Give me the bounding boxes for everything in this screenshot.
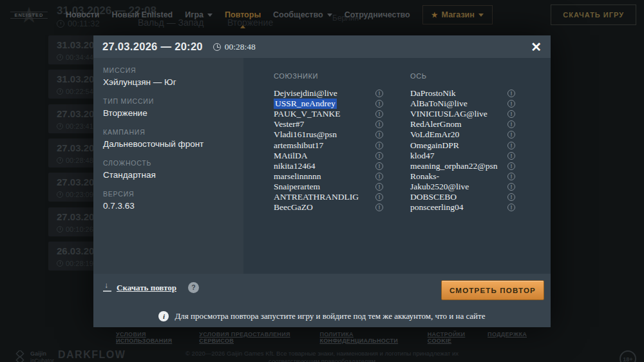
detail-value: 0.7.3.63 xyxy=(103,201,237,211)
player-name[interactable]: marselinnnnn xyxy=(274,171,321,182)
modal-footer: Скачать повтор ? СМОТРЕТЬ ПОВТОР i Для п… xyxy=(93,274,551,327)
close-icon[interactable]: ✕ xyxy=(531,41,542,53)
detail-value: Хэйлунцзян — Юг xyxy=(103,77,237,87)
replay-card-duration: 00:23:41 xyxy=(66,122,93,130)
team-title-axis: ОСЬ xyxy=(410,72,515,80)
report-player-icon[interactable]: ! xyxy=(375,204,383,211)
player-name[interactable]: AlBaToNi@live xyxy=(410,99,468,109)
player-name[interactable]: Dejvisejdini@live xyxy=(274,88,337,99)
report-player-icon[interactable]: ! xyxy=(507,131,515,138)
report-player-icon[interactable]: ! xyxy=(375,100,383,108)
copyright-line1: © 2020—2026 Gaijin Games Kft. Все товарн… xyxy=(0,350,644,357)
clock-icon xyxy=(213,43,221,51)
report-player-icon[interactable]: ! xyxy=(507,193,515,201)
footer-link-privacy[interactable]: ПОЛИТИКА КОНФИДЕНЦИАЛЬНОСТИ xyxy=(319,331,427,344)
player-name[interactable]: ponsceerling04 xyxy=(410,202,463,213)
report-player-icon[interactable]: ! xyxy=(375,142,383,149)
player-name[interactable]: Vladi161rus@psn xyxy=(274,129,337,140)
detail-value: Стандартная xyxy=(103,170,237,180)
player-row: Dejvisejdini@live! xyxy=(274,88,383,99)
report-player-icon[interactable]: ! xyxy=(375,193,383,201)
report-player-icon[interactable]: ! xyxy=(507,100,515,108)
report-player-icon[interactable]: ! xyxy=(375,183,383,191)
nav-item-news[interactable]: Новости xyxy=(66,10,99,19)
player-name[interactable]: ANTREATHRANDLIG xyxy=(274,192,359,202)
modal-body: МИССИЯ Хэйлунцзян — Юг ТИП МИССИИ Вторже… xyxy=(93,58,551,274)
report-player-icon[interactable]: ! xyxy=(375,131,383,138)
modal-date: 27.03.2026 — 20:20 xyxy=(102,41,203,53)
player-name[interactable]: artemshibut17 xyxy=(274,140,323,151)
nav-item-new-enlisted[interactable]: Новый Enlisted xyxy=(111,10,173,19)
report-player-icon[interactable]: ! xyxy=(507,183,515,191)
report-player-icon[interactable]: ! xyxy=(375,162,383,170)
report-player-icon[interactable]: ! xyxy=(507,90,515,97)
player-name[interactable]: DaProstoNik xyxy=(410,88,456,99)
footer-link-support[interactable]: ПОДДЕРЖКА xyxy=(488,331,527,344)
note-row: i Для просмотра повтора запустите игру и… xyxy=(93,311,551,321)
player-row: Snaiperartem! xyxy=(274,182,383,192)
team-title-allies: СОЮЗНИКИ xyxy=(274,72,383,80)
clock-icon xyxy=(57,88,63,95)
player-row: artemshibut17! xyxy=(274,140,383,150)
download-game-button[interactable]: СКАЧАТЬ ИГРУ xyxy=(551,5,636,25)
nav-item-community[interactable]: Сообщество xyxy=(273,10,332,19)
player-name[interactable]: Ronaks- xyxy=(410,171,439,182)
player-row: VoLdEmAr20! xyxy=(410,129,515,140)
footer-link-terms[interactable]: УСЛОВИЯ ИСПОЛЬЗОВАНИЯ xyxy=(116,331,199,344)
enlisted-logo[interactable]: ★ ENLISTED xyxy=(10,2,48,28)
report-player-icon[interactable]: ! xyxy=(375,90,383,97)
report-player-icon[interactable]: ! xyxy=(507,204,515,211)
clock-icon xyxy=(57,226,63,233)
replay-card-duration: 00:34:44 xyxy=(66,53,93,61)
report-player-icon[interactable]: ! xyxy=(507,120,515,128)
player-name[interactable]: meaning_orphan22@psn xyxy=(410,161,497,171)
report-player-icon[interactable]: ! xyxy=(375,110,383,118)
nav-item-game[interactable]: Игра xyxy=(185,10,213,19)
report-player-icon[interactable]: ! xyxy=(375,120,383,128)
copyright: © 2020—2026 Gaijin Games Kft. Все товарн… xyxy=(0,350,644,362)
star-icon: ★ xyxy=(431,11,438,19)
nav-item-partnership[interactable]: Сотрудничество xyxy=(345,10,410,19)
report-player-icon[interactable]: ! xyxy=(507,152,515,160)
nav-item-replays[interactable]: Повторы xyxy=(225,10,261,19)
report-player-icon[interactable]: ! xyxy=(507,173,515,180)
detail-label: ВЕРСИЯ xyxy=(103,190,237,198)
player-name[interactable]: nikita12464 xyxy=(274,161,316,171)
player-name[interactable]: OmegainDPR xyxy=(410,140,459,151)
player-name[interactable]: Jakub2520@live xyxy=(410,182,469,192)
help-icon[interactable]: ? xyxy=(188,282,199,293)
player-row: BeecGaZO! xyxy=(274,202,383,213)
player-name[interactable]: MAtilDA xyxy=(274,151,308,161)
report-player-icon[interactable]: ! xyxy=(375,173,383,180)
replay-details-modal: 27.03.2026 — 20:20 00:28:48 ✕ МИССИЯ Хэй… xyxy=(93,35,551,327)
detail-value: Дальневосточный фронт xyxy=(103,139,237,149)
footer-link-services[interactable]: УСЛОВИЯ ПРЕДОСТАВЛЕНИЯ СЕРВИСОВ xyxy=(199,331,319,344)
footer-link-cookies[interactable]: НАСТРОЙКИ COOKIE xyxy=(428,331,488,344)
detail-version: ВЕРСИЯ 0.7.3.63 xyxy=(103,190,237,211)
active-tab-pointer-icon xyxy=(240,25,245,28)
watch-replay-button[interactable]: СМОТРЕТЬ ПОВТОР xyxy=(441,280,544,300)
player-name[interactable]: Vester#7 xyxy=(274,119,304,129)
teams-panel: СОЮЗНИКИ Dejvisejdini@live!USSR_neAndrey… xyxy=(243,58,551,274)
report-player-icon[interactable]: ! xyxy=(375,152,383,160)
player-name[interactable]: DOBSCEBO xyxy=(410,192,457,202)
player-name[interactable]: Snaiperartem xyxy=(274,182,320,192)
player-name[interactable]: klod47 xyxy=(410,151,435,161)
player-name[interactable]: VINICIUSLAG@live xyxy=(410,109,488,119)
player-name[interactable]: USSR_neAndrey xyxy=(274,99,337,109)
player-name[interactable]: PAUK_V_TANKE xyxy=(274,109,340,119)
player-name[interactable]: BeecGaZO xyxy=(274,202,313,213)
report-player-icon[interactable]: ! xyxy=(507,110,515,118)
report-player-icon[interactable]: ! xyxy=(507,142,515,149)
player-row: klod47! xyxy=(410,151,515,161)
shop-button[interactable]: ★Магазин xyxy=(422,5,493,24)
player-row: USSR_neAndrey! xyxy=(274,99,383,109)
team-col-1: ОСЬ DaProstoNik!AlBaToNi@live!VINICIUSLA… xyxy=(410,72,515,274)
download-replay-link[interactable]: Скачать повтор xyxy=(117,283,176,293)
player-name[interactable]: RedAlerGnom xyxy=(410,119,461,129)
player-row: nikita12464! xyxy=(274,161,383,171)
report-player-icon[interactable]: ! xyxy=(507,162,515,170)
player-name[interactable]: VoLdEmAr20 xyxy=(410,129,459,140)
clock-icon xyxy=(57,54,63,61)
player-row: OmegainDPR! xyxy=(410,140,515,150)
